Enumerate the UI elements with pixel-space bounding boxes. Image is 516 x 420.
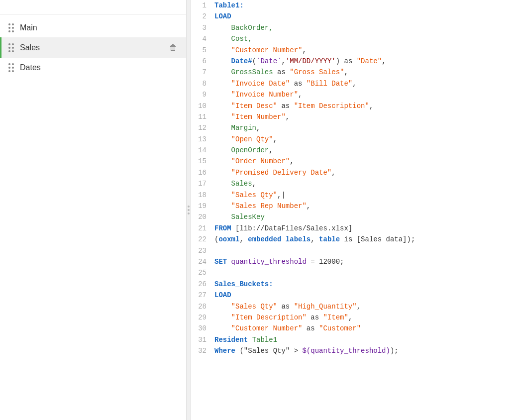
line-number: 25 bbox=[191, 267, 214, 278]
line-number: 23 bbox=[191, 245, 214, 256]
code-line: 2LOAD bbox=[191, 11, 516, 22]
code-line: 5 "Customer Number", bbox=[191, 45, 516, 56]
line-content[interactable]: LOAD bbox=[214, 11, 516, 22]
line-content[interactable]: "Sales Qty",| bbox=[214, 190, 516, 201]
line-content[interactable]: "Order Number", bbox=[214, 156, 516, 167]
line-content[interactable]: "Sales Qty" as "High_Quantity", bbox=[214, 301, 516, 312]
drag-handle-icon bbox=[8, 23, 14, 32]
line-content[interactable]: "Item Desc" as "Item Description", bbox=[214, 101, 516, 111]
code-line: 16 "Promised Delivery Date", bbox=[191, 167, 516, 178]
line-content[interactable]: "Promised Delivery Date", bbox=[214, 167, 516, 178]
code-line: 26Sales_Buckets: bbox=[191, 279, 516, 290]
line-content[interactable]: Sales_Buckets: bbox=[214, 279, 516, 290]
code-line: 28 "Sales Qty" as "High_Quantity", bbox=[191, 301, 516, 312]
code-line: 7 GrossSales as "Gross Sales", bbox=[191, 67, 516, 78]
line-number: 8 bbox=[191, 78, 214, 89]
drag-handle-icon bbox=[8, 43, 14, 52]
line-content[interactable] bbox=[214, 245, 516, 256]
line-number: 5 bbox=[191, 45, 214, 56]
line-content[interactable]: "Sales Rep Number", bbox=[214, 201, 516, 211]
code-line: 30 "Customer Number" as "Customer" bbox=[191, 323, 516, 334]
line-number: 4 bbox=[191, 33, 214, 44]
line-number: 29 bbox=[191, 312, 214, 323]
line-content[interactable]: GrossSales as "Gross Sales", bbox=[214, 67, 516, 78]
line-number: 27 bbox=[191, 290, 214, 301]
code-line: 11 "Item Number", bbox=[191, 111, 516, 122]
line-number: 12 bbox=[191, 122, 214, 133]
line-number: 10 bbox=[191, 101, 214, 111]
code-line: 29 "Item Description" as "Item", bbox=[191, 312, 516, 323]
line-number: 24 bbox=[191, 256, 214, 267]
code-line: 25 bbox=[191, 267, 516, 278]
line-content[interactable]: (ooxml, embedded labels, table is [Sales… bbox=[214, 234, 516, 245]
line-content[interactable]: SET quantity_threshold = 12000; bbox=[214, 256, 516, 267]
line-number: 17 bbox=[191, 178, 214, 189]
sidebar-item-label: Dates bbox=[20, 63, 179, 72]
line-content[interactable]: "Customer Number" as "Customer" bbox=[214, 323, 516, 334]
sidebar-item-sales[interactable]: Sales🗑 bbox=[0, 37, 186, 58]
line-number: 14 bbox=[191, 145, 214, 156]
line-content[interactable]: "Open Qty", bbox=[214, 134, 516, 145]
line-content[interactable]: Cost, bbox=[214, 33, 516, 44]
code-line: 10 "Item Desc" as "Item Description", bbox=[191, 101, 516, 111]
line-number: 28 bbox=[191, 301, 214, 312]
add-section-button[interactable] bbox=[172, 7, 178, 9]
code-editor[interactable]: 1Table1:2LOAD3 BackOrder,4 Cost,5 "Custo… bbox=[191, 0, 516, 420]
line-content[interactable]: BackOrder, bbox=[214, 22, 516, 33]
sidebar-items-list: MainSales🗑Dates bbox=[0, 14, 186, 420]
line-number: 11 bbox=[191, 111, 214, 122]
code-line: 23 bbox=[191, 245, 516, 256]
line-content[interactable] bbox=[214, 267, 516, 278]
line-content[interactable]: Sales, bbox=[214, 178, 516, 189]
code-line: 3 BackOrder, bbox=[191, 22, 516, 33]
line-number: 21 bbox=[191, 223, 214, 234]
line-content[interactable]: LOAD bbox=[214, 290, 516, 301]
code-line: 8 "Invoice Date" as "Bill Date", bbox=[191, 78, 516, 89]
code-line: 4 Cost, bbox=[191, 33, 516, 44]
line-content[interactable]: FROM [lib://DataFiles/Sales.xlsx] bbox=[214, 223, 516, 234]
line-content[interactable]: "Invoice Date" as "Bill Date", bbox=[214, 78, 516, 89]
sidebar: MainSales🗑Dates bbox=[0, 0, 187, 420]
line-content[interactable]: Where ("Sales Qty" > $(quantity_threshol… bbox=[214, 345, 516, 356]
code-line: 17 Sales, bbox=[191, 178, 516, 189]
line-content[interactable]: Resident Table1 bbox=[214, 334, 516, 345]
delete-section-button[interactable]: 🗑 bbox=[167, 42, 179, 53]
line-number: 6 bbox=[191, 56, 214, 67]
line-number: 26 bbox=[191, 279, 214, 290]
sidebar-item-dates[interactable]: Dates bbox=[0, 58, 186, 77]
code-line: 13 "Open Qty", bbox=[191, 134, 516, 145]
resize-dot bbox=[188, 212, 190, 214]
line-number: 2 bbox=[191, 11, 214, 22]
sidebar-item-label: Main bbox=[20, 23, 179, 32]
line-content[interactable]: "Customer Number", bbox=[214, 45, 516, 56]
line-number: 3 bbox=[191, 22, 214, 33]
resize-dot bbox=[188, 209, 190, 211]
line-content[interactable]: "Item Number", bbox=[214, 111, 516, 122]
line-content[interactable]: Date#(`Date`,'MM/DD/YYYY') as "Date", bbox=[214, 56, 516, 67]
line-number: 20 bbox=[191, 211, 214, 222]
code-line: 24SET quantity_threshold = 12000; bbox=[191, 256, 516, 267]
line-content[interactable]: "Invoice Number", bbox=[214, 89, 516, 100]
sidebar-item-label: Sales bbox=[20, 43, 167, 52]
code-line: 20 SalesKey bbox=[191, 211, 516, 222]
resize-dot bbox=[188, 206, 190, 208]
line-number: 16 bbox=[191, 167, 214, 178]
line-number: 18 bbox=[191, 190, 214, 201]
line-number: 15 bbox=[191, 156, 214, 167]
code-line: 14 OpenOrder, bbox=[191, 145, 516, 156]
line-content[interactable]: Table1: bbox=[214, 0, 516, 11]
code-line: 31Resident Table1 bbox=[191, 334, 516, 345]
line-content[interactable]: OpenOrder, bbox=[214, 145, 516, 156]
sidebar-item-main[interactable]: Main bbox=[0, 18, 186, 37]
resize-handle[interactable] bbox=[187, 0, 191, 420]
line-content[interactable]: Margin, bbox=[214, 122, 516, 133]
line-number: 13 bbox=[191, 134, 214, 145]
line-number: 9 bbox=[191, 89, 214, 100]
line-content[interactable]: "Item Description" as "Item", bbox=[214, 312, 516, 323]
code-line: 21FROM [lib://DataFiles/Sales.xlsx] bbox=[191, 223, 516, 234]
line-number: 31 bbox=[191, 334, 214, 345]
line-content[interactable]: SalesKey bbox=[214, 211, 516, 222]
drag-handle-icon bbox=[8, 63, 14, 72]
code-line: 22(ooxml, embedded labels, table is [Sal… bbox=[191, 234, 516, 245]
code-line: 1Table1: bbox=[191, 0, 516, 11]
